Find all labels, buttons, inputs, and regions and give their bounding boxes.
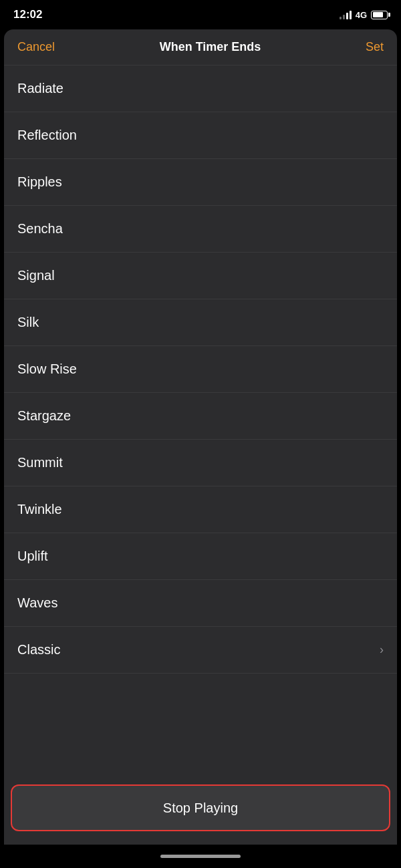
home-bar	[160, 855, 241, 858]
list-item-classic[interactable]: Classic›	[4, 627, 397, 674]
list-item-label-signal: Signal	[17, 268, 55, 283]
status-time: 12:02	[13, 8, 42, 21]
stop-playing-button[interactable]: Stop Playing	[11, 784, 390, 831]
battery-icon	[371, 11, 388, 19]
list-item-label-ripples: Ripples	[17, 174, 62, 190]
list-item-twinkle[interactable]: Twinkle	[4, 486, 397, 533]
list-item-label-silk: Silk	[17, 315, 39, 330]
list-item-label-twinkle: Twinkle	[17, 502, 62, 517]
status-icons: 4G	[340, 10, 388, 20]
set-button[interactable]: Set	[366, 40, 384, 54]
list-item-label-stargaze: Stargaze	[17, 408, 71, 424]
ringtone-list[interactable]: RadiateReflectionRipplesSenchaSignalSilk…	[4, 65, 397, 778]
signal-icon	[340, 10, 352, 19]
list-item-summit[interactable]: Summit	[4, 440, 397, 486]
modal-container: Cancel When Timer Ends Set RadiateReflec…	[4, 29, 397, 845]
list-item-waves[interactable]: Waves	[4, 580, 397, 627]
list-item-label-sencha: Sencha	[17, 221, 63, 237]
cancel-button[interactable]: Cancel	[17, 40, 55, 54]
list-item-uplift[interactable]: Uplift	[4, 533, 397, 580]
list-item-label-summit: Summit	[17, 455, 63, 470]
list-item-stargaze[interactable]: Stargaze	[4, 393, 397, 440]
list-item-signal[interactable]: Signal	[4, 253, 397, 299]
list-item-radiate[interactable]: Radiate	[4, 65, 397, 112]
modal-header: Cancel When Timer Ends Set	[4, 29, 397, 65]
list-item-label-waves: Waves	[17, 595, 57, 611]
status-bar: 12:02 4G	[0, 0, 401, 29]
list-item-label-slow-rise: Slow Rise	[17, 361, 77, 377]
modal-title: When Timer Ends	[160, 40, 261, 54]
home-indicator	[0, 845, 401, 867]
list-item-label-classic: Classic	[17, 642, 60, 658]
chevron-right-icon: ›	[380, 643, 384, 657]
stop-playing-label: Stop Playing	[163, 801, 238, 816]
list-item-label-uplift: Uplift	[17, 549, 48, 564]
network-label: 4G	[356, 10, 367, 20]
list-item-label-reflection: Reflection	[17, 128, 77, 143]
list-item-label-radiate: Radiate	[17, 81, 63, 96]
stop-playing-section: Stop Playing	[4, 778, 397, 845]
list-item-silk[interactable]: Silk	[4, 299, 397, 346]
list-item-reflection[interactable]: Reflection	[4, 112, 397, 159]
list-item-slow-rise[interactable]: Slow Rise	[4, 346, 397, 393]
list-item-sencha[interactable]: Sencha	[4, 206, 397, 253]
list-item-ripples[interactable]: Ripples	[4, 159, 397, 206]
